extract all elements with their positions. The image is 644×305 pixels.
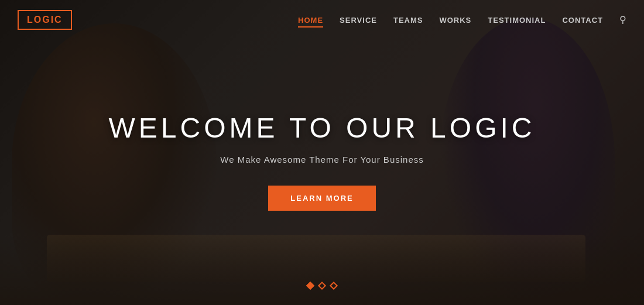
nav-item-service[interactable]: SERVICE	[340, 15, 377, 25]
nav-item-teams[interactable]: TEAMS	[393, 15, 423, 25]
nav-link-testimonial[interactable]: TESTIMONIAL	[488, 16, 546, 25]
carousel-dot-3[interactable]	[330, 282, 338, 290]
navbar: LOGIC HOME SERVICE TEAMS WORKS TESTIMONI…	[0, 0, 644, 39]
logo-accent: L	[27, 15, 34, 25]
carousel-dot-2[interactable]	[318, 282, 326, 290]
search-icon[interactable]: ⚲	[619, 15, 626, 25]
nav-links: HOME SERVICE TEAMS WORKS TESTIMONIAL CON…	[298, 14, 626, 25]
nav-link-works[interactable]: WORKS	[439, 16, 471, 25]
nav-item-home[interactable]: HOME	[298, 15, 323, 25]
learn-more-button[interactable]: LEARN MORE	[268, 186, 375, 211]
nav-link-service[interactable]: SERVICE	[340, 16, 377, 25]
hero-subtitle: We Make Awesome Theme For Your Business	[220, 155, 424, 165]
hero-title: WELCOME TO OUR LOGIC	[109, 112, 536, 144]
nav-item-contact[interactable]: CONTACT	[562, 15, 603, 25]
nav-link-contact[interactable]: CONTACT	[562, 16, 603, 25]
nav-search[interactable]: ⚲	[619, 14, 626, 25]
nav-item-testimonial[interactable]: TESTIMONIAL	[488, 15, 546, 25]
carousel-dots	[307, 283, 337, 289]
nav-link-home[interactable]: HOME	[298, 16, 323, 28]
nav-item-works[interactable]: WORKS	[439, 15, 471, 25]
hero-section: LOGIC HOME SERVICE TEAMS WORKS TESTIMONI…	[0, 0, 644, 305]
logo-rest: OGIC	[34, 15, 63, 25]
logo: LOGIC	[27, 15, 63, 25]
hero-content: WELCOME TO OUR LOGIC We Make Awesome The…	[0, 0, 644, 305]
nav-link-teams[interactable]: TEAMS	[393, 16, 423, 25]
carousel-dot-1[interactable]	[306, 282, 314, 290]
logo-box[interactable]: LOGIC	[18, 10, 72, 30]
